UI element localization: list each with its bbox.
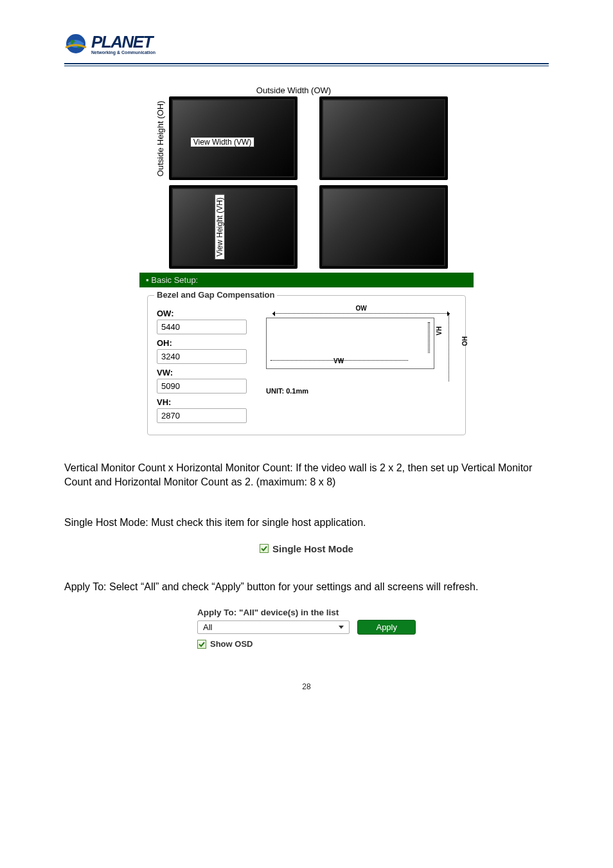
ow-input[interactable] <box>157 320 247 334</box>
single-host-mode-figure: Single Host Mode <box>64 543 549 554</box>
diag-vh: VH <box>436 327 443 336</box>
view-width-label: View Width (VW) <box>190 137 254 147</box>
paragraph-single-host: Single Host Mode: Must check this item f… <box>64 516 549 530</box>
vh-label: VH: <box>157 397 247 407</box>
view-height-label: View Height (VH) <box>215 194 225 260</box>
ow-label: OW: <box>157 309 247 318</box>
monitor-diagram: Outside Width (OW) Outside Height (OH) V… <box>152 86 461 269</box>
vw-label: VW: <box>157 368 247 377</box>
page-number: 28 <box>64 682 549 691</box>
monitor-top-right <box>319 96 448 180</box>
chevron-down-icon <box>339 626 344 629</box>
show-osd-label: Show OSD <box>210 639 253 649</box>
logo-subtext: Networking & Communication <box>91 50 155 55</box>
vw-input[interactable] <box>157 379 247 393</box>
monitor-bottom-left: View Height (VH) <box>169 185 298 269</box>
basic-setup-panel: ▪ Basic Setup: Bezel and Gap Compensatio… <box>139 273 474 435</box>
oh-input[interactable] <box>157 349 247 364</box>
apply-to-select[interactable]: All <box>197 620 350 634</box>
paragraph-monitor-count: Vertical Monitor Count x Horizontal Moni… <box>64 461 549 490</box>
paragraph-apply-to: Apply To: Select “All” and check “Apply”… <box>64 580 549 594</box>
apply-button[interactable]: Apply <box>357 620 416 635</box>
apply-to-title: Apply To: "All" device(s) in the list <box>197 608 416 617</box>
fieldset-legend: Bezel and Gap Compensation <box>154 290 277 300</box>
oh-label: OH: <box>157 338 247 348</box>
single-host-mode-label: Single Host Mode <box>272 543 353 554</box>
page-header: PLANET Networking & Communication <box>64 32 549 66</box>
diag-vw: VW <box>333 357 344 365</box>
check-icon <box>261 545 267 552</box>
diag-unit: UNIT: 0.1mm <box>266 387 456 395</box>
monitor-top-left: View Width (VW) <box>169 96 298 180</box>
outside-height-label: Outside Height (OH) <box>156 100 166 176</box>
monitor-bottom-right <box>319 185 448 269</box>
show-osd-checkbox[interactable] <box>197 640 206 649</box>
check-icon <box>199 641 205 647</box>
bezel-gap-fieldset: Bezel and Gap Compensation OW: OH: VW: V… <box>147 295 466 435</box>
logo: PLANET Networking & Communication <box>64 32 155 55</box>
basic-setup-tab[interactable]: ▪ Basic Setup: <box>139 273 474 287</box>
single-host-checkbox[interactable] <box>260 544 269 553</box>
globe-icon <box>64 32 87 55</box>
apply-to-selected: All <box>203 622 212 632</box>
diag-ow: OW <box>266 305 456 312</box>
outside-width-label: Outside Width (OW) <box>139 86 448 95</box>
logo-text: PLANET <box>91 33 155 50</box>
vh-input[interactable] <box>157 408 247 423</box>
apply-to-figure: Apply To: "All" device(s) in the list Al… <box>197 608 416 650</box>
basic-setup-tab-label: Basic Setup: <box>151 275 198 285</box>
compensation-diagram: OW VW VH OH UNIT: 0.1mm <box>266 305 456 423</box>
diag-oh: OH <box>461 336 468 346</box>
bullet-icon: ▪ <box>146 275 149 285</box>
